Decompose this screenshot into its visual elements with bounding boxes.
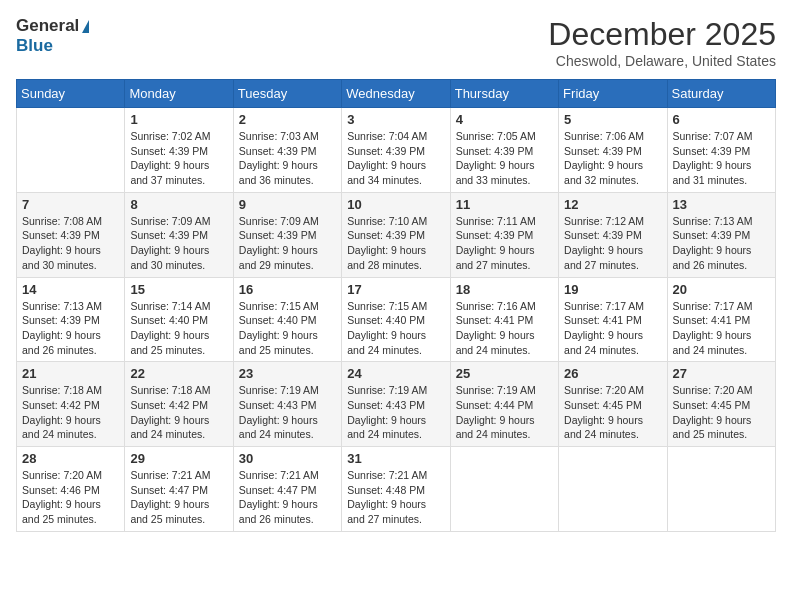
column-header-wednesday: Wednesday [342,80,450,108]
column-header-tuesday: Tuesday [233,80,341,108]
logo-blue: Blue [16,36,53,56]
day-info: Sunrise: 7:13 AMSunset: 4:39 PMDaylight:… [22,299,119,358]
calendar-cell: 2Sunrise: 7:03 AMSunset: 4:39 PMDaylight… [233,108,341,193]
calendar-cell: 15Sunrise: 7:14 AMSunset: 4:40 PMDayligh… [125,277,233,362]
day-number: 20 [673,282,770,297]
day-info: Sunrise: 7:09 AMSunset: 4:39 PMDaylight:… [239,214,336,273]
day-info: Sunrise: 7:19 AMSunset: 4:44 PMDaylight:… [456,383,553,442]
day-info: Sunrise: 7:08 AMSunset: 4:39 PMDaylight:… [22,214,119,273]
day-info: Sunrise: 7:16 AMSunset: 4:41 PMDaylight:… [456,299,553,358]
day-info: Sunrise: 7:13 AMSunset: 4:39 PMDaylight:… [673,214,770,273]
day-number: 7 [22,197,119,212]
calendar-week-1: 1Sunrise: 7:02 AMSunset: 4:39 PMDaylight… [17,108,776,193]
calendar-cell: 1Sunrise: 7:02 AMSunset: 4:39 PMDaylight… [125,108,233,193]
day-number: 5 [564,112,661,127]
calendar-cell: 4Sunrise: 7:05 AMSunset: 4:39 PMDaylight… [450,108,558,193]
day-info: Sunrise: 7:21 AMSunset: 4:47 PMDaylight:… [130,468,227,527]
day-number: 2 [239,112,336,127]
calendar-body: 1Sunrise: 7:02 AMSunset: 4:39 PMDaylight… [17,108,776,532]
calendar-cell: 6Sunrise: 7:07 AMSunset: 4:39 PMDaylight… [667,108,775,193]
calendar-cell: 26Sunrise: 7:20 AMSunset: 4:45 PMDayligh… [559,362,667,447]
calendar-cell: 9Sunrise: 7:09 AMSunset: 4:39 PMDaylight… [233,192,341,277]
month-title: December 2025 [548,16,776,53]
calendar-cell: 27Sunrise: 7:20 AMSunset: 4:45 PMDayligh… [667,362,775,447]
calendar-cell: 10Sunrise: 7:10 AMSunset: 4:39 PMDayligh… [342,192,450,277]
day-number: 25 [456,366,553,381]
calendar-cell: 30Sunrise: 7:21 AMSunset: 4:47 PMDayligh… [233,447,341,532]
logo: General Blue [16,16,89,56]
day-info: Sunrise: 7:20 AMSunset: 4:46 PMDaylight:… [22,468,119,527]
day-number: 15 [130,282,227,297]
day-info: Sunrise: 7:18 AMSunset: 4:42 PMDaylight:… [130,383,227,442]
day-info: Sunrise: 7:20 AMSunset: 4:45 PMDaylight:… [673,383,770,442]
day-info: Sunrise: 7:14 AMSunset: 4:40 PMDaylight:… [130,299,227,358]
day-info: Sunrise: 7:11 AMSunset: 4:39 PMDaylight:… [456,214,553,273]
day-number: 4 [456,112,553,127]
calendar-week-2: 7Sunrise: 7:08 AMSunset: 4:39 PMDaylight… [17,192,776,277]
day-number: 31 [347,451,444,466]
calendar-cell: 8Sunrise: 7:09 AMSunset: 4:39 PMDaylight… [125,192,233,277]
day-number: 6 [673,112,770,127]
day-number: 9 [239,197,336,212]
calendar-cell: 13Sunrise: 7:13 AMSunset: 4:39 PMDayligh… [667,192,775,277]
calendar-cell: 21Sunrise: 7:18 AMSunset: 4:42 PMDayligh… [17,362,125,447]
day-number: 30 [239,451,336,466]
day-info: Sunrise: 7:04 AMSunset: 4:39 PMDaylight:… [347,129,444,188]
day-number: 19 [564,282,661,297]
day-number: 12 [564,197,661,212]
logo-triangle-icon [82,20,89,33]
day-info: Sunrise: 7:17 AMSunset: 4:41 PMDaylight:… [564,299,661,358]
calendar-cell: 12Sunrise: 7:12 AMSunset: 4:39 PMDayligh… [559,192,667,277]
day-number: 21 [22,366,119,381]
day-info: Sunrise: 7:05 AMSunset: 4:39 PMDaylight:… [456,129,553,188]
calendar-cell: 28Sunrise: 7:20 AMSunset: 4:46 PMDayligh… [17,447,125,532]
calendar-cell: 22Sunrise: 7:18 AMSunset: 4:42 PMDayligh… [125,362,233,447]
calendar-cell: 19Sunrise: 7:17 AMSunset: 4:41 PMDayligh… [559,277,667,362]
calendar-cell [667,447,775,532]
day-number: 17 [347,282,444,297]
calendar-cell [17,108,125,193]
calendar-cell [450,447,558,532]
day-info: Sunrise: 7:17 AMSunset: 4:41 PMDaylight:… [673,299,770,358]
location: Cheswold, Delaware, United States [548,53,776,69]
day-number: 28 [22,451,119,466]
calendar-cell: 7Sunrise: 7:08 AMSunset: 4:39 PMDaylight… [17,192,125,277]
calendar-cell: 17Sunrise: 7:15 AMSunset: 4:40 PMDayligh… [342,277,450,362]
day-info: Sunrise: 7:19 AMSunset: 4:43 PMDaylight:… [239,383,336,442]
day-info: Sunrise: 7:03 AMSunset: 4:39 PMDaylight:… [239,129,336,188]
day-info: Sunrise: 7:19 AMSunset: 4:43 PMDaylight:… [347,383,444,442]
calendar-cell: 29Sunrise: 7:21 AMSunset: 4:47 PMDayligh… [125,447,233,532]
day-info: Sunrise: 7:10 AMSunset: 4:39 PMDaylight:… [347,214,444,273]
calendar-cell: 3Sunrise: 7:04 AMSunset: 4:39 PMDaylight… [342,108,450,193]
day-number: 29 [130,451,227,466]
calendar-cell: 18Sunrise: 7:16 AMSunset: 4:41 PMDayligh… [450,277,558,362]
day-info: Sunrise: 7:15 AMSunset: 4:40 PMDaylight:… [239,299,336,358]
day-number: 10 [347,197,444,212]
calendar-week-5: 28Sunrise: 7:20 AMSunset: 4:46 PMDayligh… [17,447,776,532]
day-number: 27 [673,366,770,381]
day-number: 1 [130,112,227,127]
calendar-week-4: 21Sunrise: 7:18 AMSunset: 4:42 PMDayligh… [17,362,776,447]
page-header: General Blue December 2025 Cheswold, Del… [16,16,776,69]
day-number: 24 [347,366,444,381]
column-header-saturday: Saturday [667,80,775,108]
day-number: 8 [130,197,227,212]
calendar-cell: 16Sunrise: 7:15 AMSunset: 4:40 PMDayligh… [233,277,341,362]
calendar-table: SundayMondayTuesdayWednesdayThursdayFrid… [16,79,776,532]
calendar-cell: 11Sunrise: 7:11 AMSunset: 4:39 PMDayligh… [450,192,558,277]
day-info: Sunrise: 7:07 AMSunset: 4:39 PMDaylight:… [673,129,770,188]
column-header-friday: Friday [559,80,667,108]
calendar-cell: 25Sunrise: 7:19 AMSunset: 4:44 PMDayligh… [450,362,558,447]
logo-general: General [16,16,79,36]
day-number: 16 [239,282,336,297]
calendar-cell: 14Sunrise: 7:13 AMSunset: 4:39 PMDayligh… [17,277,125,362]
day-number: 3 [347,112,444,127]
calendar-header-row: SundayMondayTuesdayWednesdayThursdayFrid… [17,80,776,108]
day-number: 11 [456,197,553,212]
day-info: Sunrise: 7:09 AMSunset: 4:39 PMDaylight:… [130,214,227,273]
day-info: Sunrise: 7:18 AMSunset: 4:42 PMDaylight:… [22,383,119,442]
day-info: Sunrise: 7:06 AMSunset: 4:39 PMDaylight:… [564,129,661,188]
calendar-cell: 20Sunrise: 7:17 AMSunset: 4:41 PMDayligh… [667,277,775,362]
day-number: 14 [22,282,119,297]
day-info: Sunrise: 7:02 AMSunset: 4:39 PMDaylight:… [130,129,227,188]
